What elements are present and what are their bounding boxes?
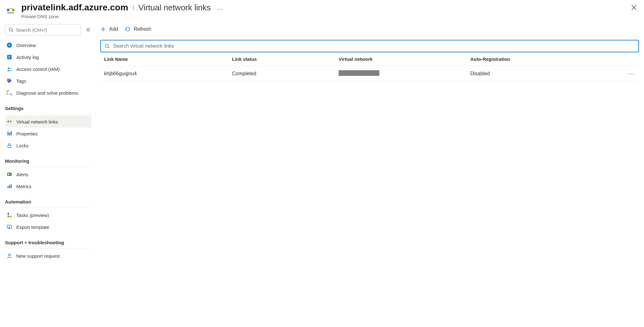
svg-rect-27 bbox=[9, 185, 10, 188]
sidebar-section-support: Support + troubleshooting bbox=[5, 240, 92, 249]
sidebar-item-label: Diagnose and solve problems bbox=[16, 90, 78, 96]
svg-point-35 bbox=[8, 254, 10, 256]
sidebar-item-overview[interactable]: D Overview bbox=[5, 39, 92, 51]
sidebar-item-export-template[interactable]: Export template bbox=[5, 221, 92, 233]
sidebar-section-settings: Settings bbox=[5, 106, 92, 114]
cell-auto-reg: Disabled bbox=[470, 71, 623, 76]
main-content: Add Refresh Link Name Link status Virtua… bbox=[94, 22, 644, 262]
sidebar-item-alerts[interactable]: Alerts bbox=[5, 168, 92, 180]
sidebar-item-label: Tasks (preview) bbox=[16, 213, 49, 218]
overview-icon: D bbox=[6, 42, 13, 48]
tasks-icon bbox=[6, 212, 13, 218]
svg-point-12 bbox=[10, 67, 11, 69]
sidebar-item-label: Properties bbox=[16, 131, 38, 136]
svg-point-38 bbox=[105, 44, 108, 47]
svg-rect-30 bbox=[8, 216, 9, 217]
sidebar-search[interactable] bbox=[5, 24, 81, 35]
sidebar-item-new-support-request[interactable]: New support request bbox=[5, 250, 92, 262]
svg-rect-22 bbox=[8, 145, 11, 148]
title-separator: | bbox=[133, 5, 134, 10]
row-context-menu-button[interactable]: ··· bbox=[628, 70, 635, 77]
dns-zone-icon bbox=[5, 4, 16, 16]
blade-header: privatelink.adf.azure.com | Virtual netw… bbox=[0, 0, 644, 22]
sidebar-item-properties[interactable]: Properties bbox=[5, 128, 92, 140]
search-vnet-links-input[interactable] bbox=[110, 43, 635, 49]
activity-log-icon bbox=[6, 54, 13, 60]
svg-rect-26 bbox=[8, 186, 8, 188]
refresh-icon bbox=[125, 26, 130, 32]
svg-point-13 bbox=[8, 80, 9, 81]
svg-rect-29 bbox=[8, 213, 9, 214]
col-header-link-name[interactable]: Link Name bbox=[100, 56, 232, 62]
vnet-links-icon bbox=[6, 119, 13, 125]
svg-point-11 bbox=[8, 68, 9, 69]
tags-icon bbox=[6, 78, 13, 84]
svg-point-14 bbox=[8, 90, 9, 91]
col-header-auto-reg[interactable]: Auto-Registration bbox=[470, 56, 623, 62]
col-header-vnet[interactable]: Virtual network bbox=[339, 56, 470, 62]
sidebar-item-label: Access control (IAM) bbox=[16, 66, 60, 72]
sidebar-item-label: Tags bbox=[16, 78, 26, 84]
sidebar-search-input[interactable] bbox=[13, 27, 77, 33]
sidebar-item-label: Metrics bbox=[16, 184, 31, 189]
sidebar-item-metrics[interactable]: Metrics bbox=[5, 180, 92, 192]
collapse-sidebar-button[interactable] bbox=[84, 26, 92, 34]
redacted-vnet-value bbox=[339, 70, 379, 76]
svg-rect-20 bbox=[9, 133, 10, 135]
svg-line-4 bbox=[12, 31, 13, 32]
title-more-icon[interactable]: … bbox=[215, 4, 226, 11]
sidebar-item-label: Virtual network links bbox=[16, 119, 58, 124]
sidebar-item-locks[interactable]: Locks bbox=[5, 140, 92, 151]
svg-rect-2 bbox=[7, 12, 14, 13]
alerts-icon bbox=[6, 171, 13, 177]
search-icon bbox=[105, 44, 110, 49]
iam-icon bbox=[6, 66, 13, 72]
svg-text:D: D bbox=[8, 44, 11, 47]
metrics-icon bbox=[6, 183, 13, 189]
svg-rect-21 bbox=[11, 131, 12, 135]
col-header-link-status[interactable]: Link status bbox=[232, 56, 339, 62]
vnet-links-table: Link Name Link status Virtual network Au… bbox=[100, 52, 639, 81]
svg-rect-31 bbox=[10, 216, 12, 217]
search-vnet-links[interactable] bbox=[100, 40, 639, 52]
sidebar-item-vnet-links[interactable]: Virtual network links bbox=[5, 116, 92, 128]
plus-icon bbox=[100, 26, 106, 32]
sidebar-section-automation: Automation bbox=[5, 199, 92, 208]
svg-line-39 bbox=[108, 47, 109, 48]
locks-icon bbox=[6, 142, 13, 149]
close-button[interactable] bbox=[629, 3, 639, 13]
sidebar-section-monitoring: Monitoring bbox=[5, 158, 92, 167]
command-bar: Add Refresh bbox=[100, 22, 639, 36]
sidebar-item-label: New support request bbox=[16, 253, 60, 259]
cell-vnet bbox=[339, 70, 470, 77]
sidebar-item-diagnose[interactable]: Diagnose and solve problems bbox=[5, 87, 92, 99]
sidebar-item-label: Activity log bbox=[16, 55, 39, 60]
export-template-icon bbox=[6, 224, 13, 230]
properties-icon bbox=[6, 130, 13, 137]
sidebar-item-activity-log[interactable]: Activity log bbox=[5, 51, 92, 63]
resource-title: privatelink.adf.azure.com bbox=[21, 3, 128, 13]
add-label: Add bbox=[109, 26, 118, 32]
refresh-label: Refresh bbox=[134, 26, 151, 32]
cell-link-name: khjb66guqjnu4 bbox=[100, 71, 232, 76]
add-button[interactable]: Add bbox=[100, 26, 118, 32]
table-header: Link Name Link status Virtual network Au… bbox=[100, 52, 639, 66]
sidebar-item-tags[interactable]: Tags bbox=[5, 75, 92, 87]
sidebar-item-label: Locks bbox=[16, 143, 29, 148]
svg-rect-19 bbox=[8, 132, 8, 135]
search-icon bbox=[8, 27, 13, 32]
svg-point-3 bbox=[9, 28, 12, 31]
svg-rect-28 bbox=[11, 184, 12, 188]
refresh-button[interactable]: Refresh bbox=[125, 26, 151, 32]
svg-rect-24 bbox=[8, 173, 9, 175]
svg-point-16 bbox=[11, 95, 12, 96]
svg-rect-25 bbox=[10, 173, 11, 175]
resource-type-label: Private DNS zone bbox=[21, 14, 629, 19]
sidebar-item-label: Overview bbox=[16, 43, 36, 48]
sidebar-item-iam[interactable]: Access control (IAM) bbox=[5, 63, 92, 75]
sidebar-item-tasks[interactable]: Tasks (preview) bbox=[5, 209, 92, 221]
cell-link-status: Completed bbox=[232, 71, 339, 76]
table-row[interactable]: khjb66guqjnu4 Completed Disabled ··· bbox=[100, 66, 639, 81]
sidebar-item-label: Alerts bbox=[16, 172, 28, 177]
page-title: Virtual network links bbox=[138, 3, 211, 13]
